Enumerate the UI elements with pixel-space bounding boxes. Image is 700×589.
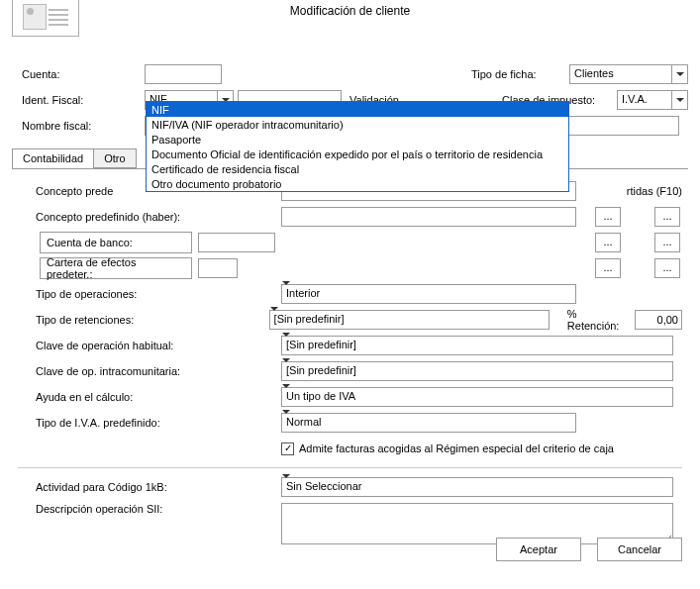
descripcion-sii-label: Descripción operación SII: (36, 503, 281, 515)
cuenta-banco-button[interactable]: Cuenta de banco: (40, 232, 192, 253)
tipo-ficha-select[interactable]: Clientes (569, 64, 688, 84)
contrapartidas-hint: rtidas (F10) (627, 185, 682, 197)
clave-intracomunitaria-label: Clave de op. intracomunitaria: (36, 365, 281, 377)
actividad-1kb-value: Sin Seleccionar (286, 480, 361, 492)
iva-predefinido-value: Normal (286, 416, 321, 428)
cuenta-label: Cuenta: (22, 68, 145, 80)
tipo-operaciones-select[interactable]: Interior (281, 284, 576, 304)
dialog-title: Modificación de cliente (290, 4, 410, 18)
ayuda-calculo-value: Un tipo de IVA (286, 390, 355, 402)
contrapartida-more-2a[interactable]: ... (595, 233, 621, 252)
contrapartida-more-3b[interactable]: ... (654, 258, 680, 278)
concepto-predefinido-haber-label: Concepto predefinido (haber): (36, 211, 281, 223)
accept-button[interactable]: Aceptar (496, 538, 581, 561)
actividad-1kb-label: Actividad para Código 1kB: (36, 481, 281, 493)
cartera-efectos-input[interactable] (198, 258, 238, 278)
tipo-retenciones-label: Tipo de retenciones: (36, 314, 269, 326)
clase-impuesto-value: I.V.A. (622, 93, 648, 105)
ident-fiscal-option[interactable]: Certificado de residencia fiscal (147, 161, 568, 176)
tipo-retenciones-value: [Sin predefinir] (274, 313, 345, 325)
actividad-1kb-select[interactable]: Sin Seleccionar (281, 477, 673, 497)
document-preview-icon (12, 0, 79, 37)
chevron-down-icon (671, 65, 687, 83)
concepto-predefinido-haber-input[interactable] (281, 207, 576, 227)
cancel-button[interactable]: Cancelar (597, 538, 682, 561)
ident-fiscal-option[interactable]: Pasaporte (147, 132, 568, 147)
clave-operacion-habitual-value: [Sin predefinir] (286, 339, 356, 350)
tab-contabilidad[interactable]: Contabilidad (12, 148, 94, 168)
ayuda-calculo-label: Ayuda en el cálculo: (36, 391, 281, 403)
contrapartida-more-1b[interactable]: ... (654, 207, 680, 227)
cuenta-input[interactable] (145, 64, 222, 84)
ident-fiscal-option[interactable]: Documento Oficial de identificación expe… (147, 147, 568, 161)
tipo-ficha-label: Tipo de ficha: (471, 68, 565, 80)
nombre-fiscal-label: Nombre fiscal: (22, 120, 145, 132)
clave-intracomunitaria-value: [Sin predefinir] (286, 364, 356, 376)
cuenta-banco-label: Cuenta de banco: (47, 237, 133, 248)
criterio-caja-checkbox[interactable] (281, 442, 294, 455)
iva-predefinido-label: Tipo de I.V.A. predefinido: (36, 417, 281, 429)
contrapartida-more-1a[interactable]: ... (595, 207, 621, 227)
ident-fiscal-option[interactable]: Otro documento probatorio (147, 176, 568, 191)
tipo-operaciones-value: Interior (286, 287, 320, 299)
pct-retencion-input[interactable] (635, 310, 682, 330)
ident-fiscal-option[interactable]: NIF (147, 102, 568, 117)
contrapartida-more-3a[interactable]: ... (595, 258, 621, 278)
cartera-efectos-label: Cartera de efectos predeter.: (47, 256, 185, 280)
pct-retencion-label: % Retención: (567, 308, 629, 332)
criterio-caja-label: Admite facturas acogidas al Régimen espe… (299, 442, 614, 454)
ayuda-calculo-select[interactable]: Un tipo de IVA (281, 387, 673, 407)
tipo-operaciones-label: Tipo de operaciones: (36, 288, 281, 300)
cartera-efectos-button[interactable]: Cartera de efectos predeter.: (40, 257, 192, 279)
clave-operacion-habitual-label: Clave de operación habitual: (36, 340, 281, 351)
cuenta-banco-input[interactable] (198, 233, 275, 252)
tipo-ficha-value: Clientes (574, 67, 614, 79)
tab-other[interactable]: Otro (93, 148, 136, 168)
ident-fiscal-dropdown[interactable]: NIF NIF/IVA (NIF operador intracomunitar… (146, 101, 569, 192)
ident-fiscal-label: Ident. Fiscal: (22, 94, 145, 106)
tipo-retenciones-select[interactable]: [Sin predefinir] (269, 310, 550, 330)
iva-predefinido-select[interactable]: Normal (281, 413, 576, 433)
clase-impuesto-select[interactable]: I.V.A. (617, 90, 688, 110)
clave-intracomunitaria-select[interactable]: [Sin predefinir] (281, 361, 673, 381)
contrapartida-more-2b[interactable]: ... (654, 233, 680, 252)
chevron-down-icon (671, 91, 687, 109)
clave-operacion-habitual-select[interactable]: [Sin predefinir] (281, 336, 673, 355)
ident-fiscal-option[interactable]: NIF/IVA (NIF operador intracomunitario) (147, 117, 568, 132)
